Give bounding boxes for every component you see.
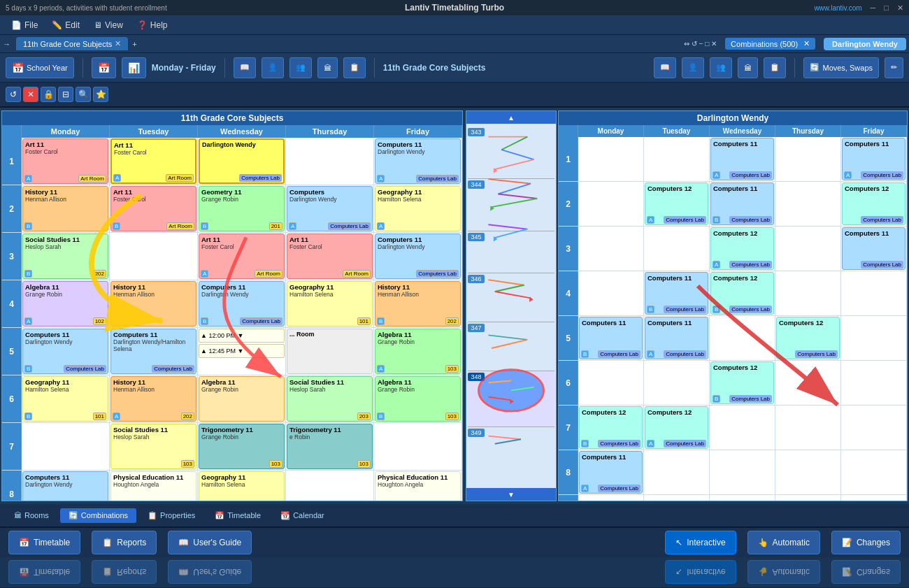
combo-item-343[interactable]: 343: [468, 127, 554, 179]
lesson-card[interactable]: History 11 Henman Allison B 202: [375, 281, 461, 327]
r5-fri[interactable]: Algebra 11 Grange Robin A 103: [374, 328, 462, 375]
reports-btn[interactable]: 📋 Reports: [92, 531, 157, 554]
rt-r1-thu[interactable]: [775, 137, 841, 181]
rt-lesson-card[interactable]: Computers 11 A Computers Lab: [842, 138, 906, 180]
rt-lesson-card[interactable]: Computers 12 B Computers Lab: [710, 361, 774, 404]
tab-rooms[interactable]: 🏛 Rooms: [6, 508, 57, 522]
lock-btn[interactable]: 🔒: [41, 87, 56, 102]
rt-r5-mon[interactable]: Computers 11 B Computers Lab: [578, 316, 644, 360]
r7-wed[interactable]: Trigonometry 11 Grange Robin 103: [198, 423, 286, 470]
rt-r1-fri[interactable]: Computers 11 A Computers Lab: [841, 137, 907, 181]
rt-r7-mon[interactable]: Computers 12 B Computers Lab: [578, 406, 644, 450]
rt-r3-fri[interactable]: Computers 11 Computers Lab: [841, 227, 907, 271]
close-btn[interactable]: ✕: [897, 3, 903, 13]
rt-lesson-card[interactable]: Computers 12 Computers Lab: [842, 182, 906, 225]
interactive-btn[interactable]: ↖ Interactive: [665, 531, 736, 554]
r4-wed[interactable]: Computers 11 Darlington Wendy Computers …: [198, 280, 286, 327]
r8-tue[interactable]: Physical Education 11 Houghton Angela Gy…: [110, 471, 198, 501]
r5-tue[interactable]: Computers 11 Darlington Wendy/Hamilton S…: [110, 328, 198, 375]
rt-r9-fri[interactable]: [841, 495, 907, 501]
book-btn[interactable]: 📖: [234, 57, 256, 78]
lesson-card[interactable]: Art 11 Foster Carol Art Room A: [199, 234, 285, 279]
calendar-btn[interactable]: 📅: [92, 57, 116, 78]
r1-fri[interactable]: Computers 11 Darlington Wendy A Computer…: [374, 138, 462, 185]
rt-r8-tue[interactable]: [644, 450, 710, 494]
r6-mon[interactable]: Geography 11 Hamilton Selena B 101: [22, 375, 110, 422]
lesson-card[interactable]: Algebra 11 Grange Robin A 102: [22, 281, 108, 327]
rt-r9-mon[interactable]: [578, 495, 644, 501]
moves-swaps-btn[interactable]: 🔄 Moves, Swaps: [803, 57, 879, 78]
tab-combinations[interactable]: 🔄 Combinations: [60, 508, 136, 523]
r2-tue[interactable]: Art 11 Foster Carol Art Room B: [110, 185, 198, 232]
r6-tue[interactable]: History 11 Henman Allison A 202: [110, 375, 198, 422]
rt-r6-mon[interactable]: [578, 361, 644, 405]
rt-r1-mon[interactable]: [578, 137, 644, 181]
lesson-card-wendy[interactable]: Darlington Wendy Computers Lab: [199, 138, 285, 184]
lesson-card[interactable]: Geography 11 Hamilton Selena 103: [199, 471, 285, 501]
lesson-card[interactable]: Art 11 Foster Carol Art Room B: [110, 186, 196, 231]
lesson-card[interactable]: Trigonometry 11 e Robin 103: [287, 424, 373, 469]
lesson-card[interactable]: Algebra 11 Grange Robin: [199, 376, 285, 422]
lesson-card[interactable]: Computers 11 Darlington Wendy A Computer…: [375, 138, 461, 184]
person-btn[interactable]: 👤: [262, 57, 284, 78]
r3-mon[interactable]: Social Studies 11 Heslop Sarah B 202: [22, 233, 110, 280]
lesson-card[interactable]: Computers 11 Darlington Wendy/Hamilton S…: [110, 329, 196, 374]
users-guide-btn[interactable]: 📖 User's Guide: [168, 531, 252, 554]
r4-thu[interactable]: Geography 11 Hamilton Selena 101: [286, 280, 374, 327]
timetable-btn[interactable]: 📅 Timetable: [8, 531, 80, 554]
star-btn[interactable]: ⭐: [93, 87, 108, 102]
r7-thu[interactable]: Trigonometry 11 e Robin 103: [286, 423, 374, 470]
rt-r8-fri[interactable]: [841, 450, 907, 494]
person-btn2[interactable]: 👤: [682, 57, 704, 78]
rt-r9-thu[interactable]: [775, 495, 841, 501]
combo-item-344[interactable]: 344: [468, 179, 554, 231]
rt-lesson-card[interactable]: Computers 11 B Computers Lab: [579, 317, 643, 359]
lesson-card[interactable]: Algebra 11 Grange Robin B 103: [375, 376, 461, 422]
rt-lesson-card[interactable]: Computers 12 A Computers Lab: [645, 182, 708, 225]
rt-lesson-card[interactable]: Computers 12 A Computers Lab: [710, 227, 774, 270]
rt-r9-tue[interactable]: [644, 495, 710, 501]
lesson-card[interactable]: History 11 Henman Allison B: [22, 186, 108, 231]
lesson-card[interactable]: History 11 Henman Allison: [110, 281, 196, 327]
tab-timetable[interactable]: 📅 Timetable: [206, 508, 269, 523]
rt-r7-thu[interactable]: [775, 406, 841, 450]
rt-r3-thu[interactable]: [775, 227, 841, 271]
person2-btn[interactable]: 👥: [289, 57, 312, 78]
lesson-card[interactable]: Computers 11 Darlington Wendy Computers …: [22, 329, 108, 374]
rt-r5-wed[interactable]: [710, 316, 775, 360]
r2-mon[interactable]: History 11 Henman Allison B: [22, 185, 110, 232]
lesson-card[interactable]: Algebra 11 Grange Robin A 103: [375, 329, 461, 374]
combinations-tab-header[interactable]: Combinations (500) ✕: [725, 38, 815, 50]
combo-item-348[interactable]: 348: [468, 371, 554, 427]
r8-mon[interactable]: Computers 11 Darlington Wendy Computers …: [22, 471, 110, 501]
redo-btn[interactable]: ✕: [23, 87, 38, 102]
lesson-card[interactable]: Physical Education 11 Houghton Angela Gy…: [375, 471, 461, 501]
rt-r4-thu[interactable]: [775, 271, 841, 315]
r5-wed[interactable]: ▲ 12:00 PM ▼ ▲ 12:45 PM ▼: [198, 328, 286, 375]
menu-help[interactable]: ❓ Help: [131, 19, 173, 31]
rt-r2-thu[interactable]: [775, 182, 841, 226]
rt-r4-tue[interactable]: Computers 11 B Computers Lab: [644, 271, 710, 315]
r1-tue[interactable]: Art 11 Foster Carol A Art Room: [110, 138, 198, 185]
maximize-btn[interactable]: □: [884, 3, 889, 12]
lesson-card[interactable]: Geography 11 Hamilton Selena 101: [287, 281, 373, 327]
filter-btn[interactable]: ⊟: [58, 87, 73, 102]
combo-scroll-down[interactable]: ▼: [466, 488, 556, 501]
lesson-card[interactable]: Physical Education 11 Houghton Angela Gy…: [110, 471, 196, 501]
school-year-btn[interactable]: 📅 School Year: [6, 57, 74, 78]
rt-lesson-card[interactable]: Computers 12 B Computers Lab: [710, 272, 774, 315]
rt-r2-fri[interactable]: Computers 12 Computers Lab: [841, 182, 907, 226]
tab-11th-grade[interactable]: 11th Grade Core Subjects ✕: [16, 37, 128, 50]
undo-btn[interactable]: ↺: [6, 87, 21, 102]
rt-r2-tue[interactable]: Computers 12 A Computers Lab: [644, 182, 710, 226]
extra-btn[interactable]: ✏: [885, 57, 903, 78]
tab-add-btn[interactable]: +: [132, 40, 136, 48]
r7-tue[interactable]: Social Studies 11 Heslop Sarah 103: [110, 423, 198, 470]
r2-fri[interactable]: Geography 11 Hamilton Selena A: [374, 185, 462, 232]
tab-properties[interactable]: 📋 Properties: [139, 508, 203, 523]
rt-lesson-card[interactable]: Computers 11 B Computers Lab: [645, 272, 708, 315]
rt-r6-thu[interactable]: [775, 361, 841, 405]
rt-r5-thu[interactable]: Computers 12 Computers Lab: [775, 316, 841, 360]
lesson-card[interactable]: Art 11 Foster Carol Art Room: [287, 234, 373, 279]
r1-wed[interactable]: Darlington Wendy Computers Lab: [198, 138, 286, 185]
